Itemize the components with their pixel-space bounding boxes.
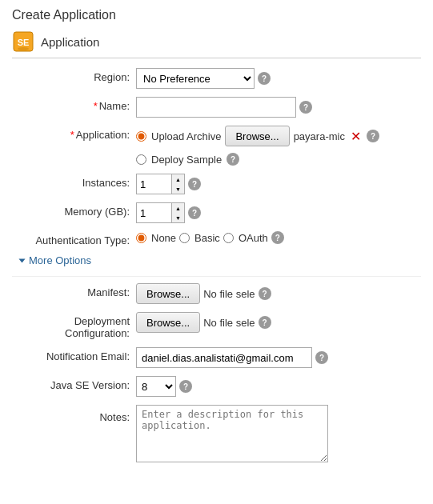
auth-basic-radio[interactable]: [179, 233, 190, 243]
application-row: *Application: Upload Archive Browse... p…: [12, 126, 421, 166]
application-required-star: *: [70, 129, 74, 141]
more-options-toggle[interactable]: More Options: [20, 254, 421, 266]
instances-row: Instances: 1 ▲ ▼ ?: [12, 174, 421, 194]
manifest-control: Browse... No file sele ?: [136, 283, 271, 304]
more-options-label: More Options: [29, 254, 91, 266]
more-options-triangle-icon: [19, 258, 26, 262]
deployment-config-help-icon[interactable]: ?: [259, 316, 271, 329]
instances-control: 1 ▲ ▼ ?: [136, 174, 201, 194]
deploy-sample-row: Deploy Sample ?: [136, 153, 239, 166]
notes-control: [136, 405, 328, 462]
notification-email-control: daniel.dias.analistati@gmail.com ?: [136, 347, 328, 368]
memory-spinner: 1 ▲ ▼: [136, 202, 185, 223]
manifest-label: Manifest:: [12, 283, 136, 298]
java-se-version-label: Java SE Version:: [12, 376, 136, 391]
region-row: Region: No Preference US East US West EU…: [12, 68, 421, 89]
upload-archive-option[interactable]: Upload Archive: [136, 130, 221, 142]
auth-none-option[interactable]: None: [136, 232, 176, 244]
upload-browse-button[interactable]: Browse...: [225, 126, 289, 146]
notification-email-help-icon[interactable]: ?: [315, 351, 328, 364]
auth-basic-option[interactable]: Basic: [179, 232, 220, 244]
manifest-file-status: No file sele: [203, 288, 255, 300]
svg-text:SE: SE: [18, 38, 30, 47]
notification-email-label: Notification Email:: [12, 347, 136, 362]
instances-down-button[interactable]: ▼: [172, 184, 184, 194]
name-label: *Name:: [12, 97, 136, 112]
auth-control: None Basic OAuth ?: [136, 231, 284, 244]
memory-label: Memory (GB):: [12, 202, 136, 218]
memory-help-icon[interactable]: ?: [188, 206, 201, 219]
name-input[interactable]: [136, 97, 296, 118]
name-control: ?: [136, 97, 312, 118]
delete-file-icon[interactable]: ✕: [351, 129, 361, 144]
deploy-sample-radio[interactable]: [136, 154, 146, 165]
manifest-help-icon[interactable]: ?: [259, 287, 271, 300]
instances-help-icon[interactable]: ?: [188, 178, 201, 190]
upload-file-name: payara-mic: [294, 130, 345, 142]
region-control: No Preference US East US West EU West ?: [136, 68, 271, 89]
instances-label: Instances:: [12, 174, 136, 189]
name-required-star: *: [94, 100, 98, 112]
auth-row: Authentication Type: None Basic OAuth ?: [12, 231, 421, 246]
manifest-row: Manifest: Browse... No file sele ?: [12, 283, 421, 304]
memory-spinner-buttons: ▲ ▼: [172, 202, 185, 223]
section-header: SE Application: [12, 30, 421, 58]
instances-input[interactable]: 1: [136, 174, 172, 194]
memory-up-button[interactable]: ▲: [172, 203, 184, 213]
auth-none-radio[interactable]: [136, 233, 146, 243]
notes-row: Notes:: [12, 405, 421, 462]
deployment-config-label: Deployment Configuration:: [12, 312, 136, 339]
auth-none-label: None: [151, 232, 176, 244]
application-control: Upload Archive Browse... payara-mic ✕ ? …: [136, 126, 421, 166]
java-se-version-control: 7 8 11 17 ?: [136, 376, 192, 397]
divider: [12, 276, 421, 277]
page-title: Create Application: [12, 8, 421, 22]
auth-basic-label: Basic: [194, 232, 220, 244]
notification-email-input[interactable]: daniel.dias.analistati@gmail.com: [136, 347, 312, 368]
deployment-config-file-status: No file sele: [203, 317, 255, 329]
auth-oauth-label: OAuth: [239, 232, 268, 244]
instances-up-button[interactable]: ▲: [172, 174, 184, 184]
instances-spinner: 1 ▲ ▼: [136, 174, 185, 194]
section-title: Application: [41, 35, 99, 49]
auth-oauth-radio[interactable]: [223, 233, 234, 243]
region-help-icon[interactable]: ?: [258, 72, 271, 85]
upload-archive-label: Upload Archive: [151, 130, 221, 142]
notes-label: Notes:: [12, 405, 136, 423]
memory-control: 1 ▲ ▼ ?: [136, 202, 201, 223]
region-label: Region:: [12, 68, 136, 83]
java-se-version-select[interactable]: 7 8 11 17: [136, 376, 176, 397]
memory-down-button[interactable]: ▼: [172, 213, 184, 222]
name-help-icon[interactable]: ?: [299, 101, 312, 114]
memory-input[interactable]: 1: [136, 202, 172, 223]
region-select[interactable]: No Preference US East US West EU West: [136, 68, 255, 89]
deploy-sample-help-icon[interactable]: ?: [227, 153, 239, 166]
deployment-config-row: Deployment Configuration: Browse... No f…: [12, 312, 421, 339]
memory-row: Memory (GB): 1 ▲ ▼ ?: [12, 202, 421, 223]
deploy-sample-option[interactable]: Deploy Sample: [136, 154, 222, 166]
svg-point-2: [18, 47, 29, 50]
notes-textarea[interactable]: [136, 405, 328, 462]
application-label: *Application:: [12, 126, 136, 141]
auth-oauth-option[interactable]: OAuth: [223, 232, 268, 244]
java-se-version-help-icon[interactable]: ?: [179, 380, 192, 393]
java-se-icon: SE: [12, 30, 34, 53]
manifest-browse-button[interactable]: Browse...: [136, 283, 200, 304]
auth-label: Authentication Type:: [12, 231, 136, 246]
deployment-config-control: Browse... No file sele ?: [136, 312, 271, 333]
instances-spinner-buttons: ▲ ▼: [172, 174, 185, 194]
upload-archive-radio[interactable]: [136, 131, 146, 142]
application-help-icon[interactable]: ?: [367, 130, 379, 142]
java-se-version-row: Java SE Version: 7 8 11 17 ?: [12, 376, 421, 397]
auth-help-icon[interactable]: ?: [271, 231, 284, 244]
deployment-config-browse-button[interactable]: Browse...: [136, 312, 200, 333]
name-row: *Name: ?: [12, 97, 421, 118]
deploy-sample-label: Deploy Sample: [151, 154, 222, 166]
notification-email-row: Notification Email: daniel.dias.analista…: [12, 347, 421, 368]
